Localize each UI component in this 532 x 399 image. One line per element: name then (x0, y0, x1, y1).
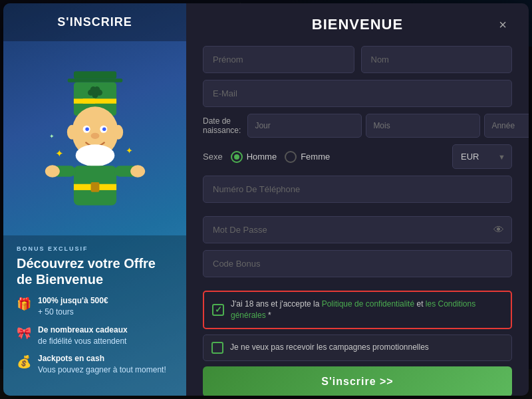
terms-checkbox[interactable] (212, 304, 224, 316)
promo-text: Je ne veux pas recevoir les campagnes pr… (230, 342, 429, 353)
prenom-input[interactable] (203, 46, 354, 73)
right-panel: BIENVENUE × Date denaissance: (186, 3, 529, 396)
privacy-policy-link[interactable]: Politique de confidentialité (322, 299, 414, 309)
gift-icon: 🎁 (17, 296, 31, 313)
bonus-section: BONUS EXCLUSIF Découvrez votre Offre de … (3, 235, 186, 396)
svg-point-14 (102, 128, 106, 132)
email-input[interactable] (203, 80, 512, 107)
svg-point-15 (90, 133, 99, 139)
bonus-item-2: 🎀 De nombreaux cadeaux de fidélité vous … (17, 325, 173, 347)
year-input[interactable] (484, 114, 529, 138)
svg-text:✦: ✦ (125, 146, 132, 156)
svg-point-9 (94, 86, 100, 92)
left-panel-title: S'INSCRIRE (57, 15, 132, 29)
phone-input[interactable] (203, 176, 512, 203)
bonus-item-1: 🎁 100% jusqu'à 500€ + 50 tours (17, 295, 173, 318)
svg-rect-1 (67, 78, 122, 82)
svg-text:✦: ✦ (55, 148, 64, 159)
homme-radio[interactable]: Homme (231, 151, 277, 163)
femme-label: Femme (301, 152, 330, 162)
bonus-text-2: De nombreaux cadeaux de fidélité vous at… (38, 325, 128, 347)
dob-row: Date denaissance: (203, 114, 512, 138)
day-input[interactable] (247, 114, 362, 138)
nom-input[interactable] (361, 46, 513, 73)
dob-fields (247, 114, 529, 138)
gift-icon-2: 🎀 (17, 325, 31, 342)
svg-point-16 (75, 144, 114, 166)
bonus-text-3: Jackpots en cash Vous pouvez gagner à to… (38, 353, 166, 376)
terms-text: J'ai 18 ans et j'accepte la Politique de… (231, 299, 503, 321)
terms-checkbox-row: J'ai 18 ans et j'accepte la Politique de… (203, 291, 512, 329)
homme-label: Homme (247, 152, 277, 162)
gender-label: Sexe (203, 152, 223, 162)
promo-checkbox-row: Je ne veux pas recevoir les campagnes pr… (203, 334, 512, 361)
femme-radio[interactable]: Femme (285, 151, 330, 163)
name-row (203, 46, 512, 73)
dob-label: Date denaissance: (203, 116, 241, 135)
svg-point-24 (45, 165, 59, 177)
phone-row (203, 176, 512, 209)
register-button[interactable]: S'inscrire >> (203, 366, 512, 396)
currency-wrapper: EUR USD GBP ▼ (452, 144, 512, 169)
svg-point-25 (130, 165, 145, 177)
svg-text:✦: ✦ (49, 133, 55, 140)
eye-icon[interactable]: 👁 (493, 224, 504, 236)
close-button[interactable]: × (493, 15, 512, 34)
homme-radio-circle[interactable] (231, 151, 243, 163)
bonus-exclusive-label: BONUS EXCLUSIF (17, 245, 173, 252)
left-panel: S'INSCRIRE (3, 3, 186, 396)
svg-point-13 (85, 128, 89, 132)
mascot-area: ✦ ✦ ✦ (3, 41, 186, 235)
mascot-image: ✦ ✦ ✦ (35, 65, 155, 211)
bonus-title: Découvrez votre Offre de Bienvenue (17, 255, 173, 287)
bonus-code-row (203, 250, 512, 284)
svg-point-18 (113, 125, 123, 140)
currency-select[interactable]: EUR USD GBP (452, 144, 512, 169)
modal-wrapper: S'INSCRIRE (0, 0, 532, 399)
page-title: BIENVENUE (228, 16, 487, 33)
registration-modal: S'INSCRIRE (3, 3, 529, 396)
svg-rect-21 (90, 182, 99, 192)
bonus-item-3: 💰 Jackpots en cash Vous pouvez gagner à … (17, 353, 173, 376)
money-icon: 💰 (17, 354, 31, 370)
email-row (203, 80, 512, 107)
month-input[interactable] (366, 114, 480, 138)
password-input[interactable] (203, 216, 512, 243)
left-panel-header: S'INSCRIRE (3, 3, 186, 41)
svg-point-17 (66, 125, 76, 140)
bonus-code-input[interactable] (203, 250, 512, 277)
bonus-text-1: 100% jusqu'à 500€ + 50 tours (38, 295, 108, 318)
svg-rect-0 (73, 71, 116, 78)
right-panel-header: BIENVENUE × (203, 15, 512, 34)
gender-section: Sexe Homme Femme (203, 151, 446, 163)
promo-checkbox[interactable] (211, 342, 223, 354)
svg-rect-4 (82, 99, 94, 104)
femme-radio-circle[interactable] (285, 151, 297, 163)
gender-currency-row: Sexe Homme Femme EUR USD GBP (203, 144, 512, 169)
password-wrapper: 👁 (203, 216, 512, 243)
